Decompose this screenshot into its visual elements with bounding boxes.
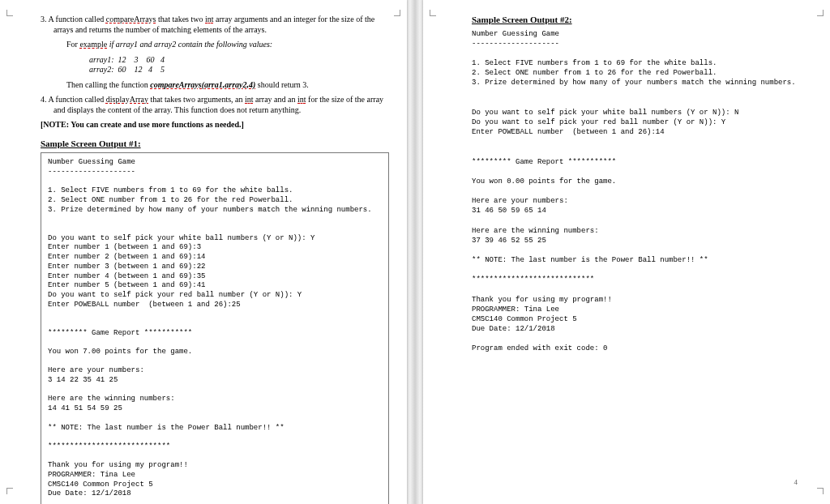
text: array and an	[254, 95, 297, 104]
crop-mark	[6, 6, 16, 16]
crop-mark	[6, 488, 16, 498]
document-spread: 3. A function called compareArrays that …	[0, 0, 830, 504]
type-int: int	[297, 95, 306, 104]
crop-mark	[391, 6, 400, 16]
fn-compareArrays: compareArrays	[106, 15, 156, 23]
crop-mark	[814, 6, 824, 16]
fn-displayArray: displayArray	[106, 95, 148, 104]
text: For	[66, 40, 79, 49]
page-left: 3. A function called compareArrays that …	[0, 0, 407, 504]
note-line: [NOTE: You can create and use more funct…	[41, 120, 389, 130]
text: if array1 and array2 contain the followi…	[107, 40, 272, 49]
arrays-block: array1: 12 3 60 4 array2: 60 12 4 5	[89, 55, 389, 75]
text: Then calling the function	[66, 80, 150, 89]
example-intro: For example if array1 and array2 contain…	[66, 40, 389, 50]
then-calling: Then calling the function compareArrays(…	[66, 80, 389, 91]
sample-output-2-heading: Sample Screen Output #2:	[472, 15, 812, 26]
text: that takes two arguments, an	[148, 95, 245, 104]
page-left-content: 3. A function called compareArrays that …	[41, 15, 389, 504]
crop-mark	[430, 6, 439, 16]
word-example: example	[79, 40, 107, 49]
page-right-content: Sample Screen Output #2: Number Guessing…	[472, 15, 812, 353]
list-item-4: 4. A function called displayArray that t…	[53, 95, 389, 115]
page-right: Sample Screen Output #2: Number Guessing…	[423, 0, 830, 504]
text: 3. A function called	[41, 15, 106, 23]
page-gap	[407, 0, 423, 504]
text: should return 3.	[255, 80, 309, 89]
fn-call-compareArrays: compareArrays(arra1,array2,4)	[150, 80, 255, 89]
sample-output-2: Number Guessing Game -------------------…	[472, 29, 812, 354]
sample-output-1-heading: Sample Screen Output #1:	[41, 139, 389, 150]
page-number: 4	[794, 478, 798, 486]
text: that takes two	[156, 15, 205, 23]
sample-output-1: Number Guessing Game -------------------…	[41, 152, 389, 504]
list-item-3: 3. A function called compareArrays that …	[53, 15, 389, 35]
text: 4. A function called	[41, 95, 106, 104]
type-int: int	[245, 95, 254, 104]
type-int: int	[205, 15, 214, 23]
crop-mark	[814, 488, 824, 498]
text-italic: if array1 and array2 contain the followi…	[107, 40, 272, 49]
